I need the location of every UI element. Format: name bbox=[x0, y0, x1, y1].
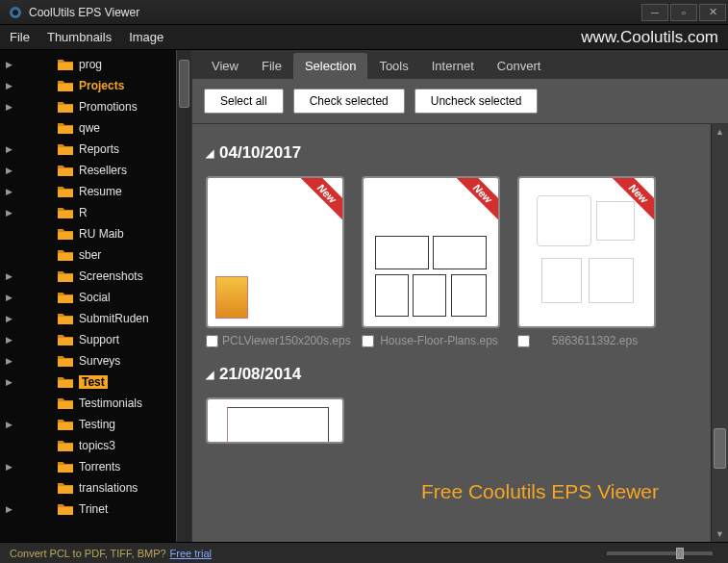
folder-icon bbox=[58, 100, 73, 114]
zoom-slider[interactable] bbox=[601, 551, 718, 555]
new-ribbon: New bbox=[450, 176, 500, 226]
folder-tree-item[interactable]: qwe bbox=[0, 117, 176, 139]
folder-label: sber bbox=[79, 248, 101, 262]
menubar: File Thumbnails Image www.Coolutils.com bbox=[0, 25, 728, 50]
brand-url[interactable]: www.Coolutils.com bbox=[581, 28, 718, 47]
expand-icon[interactable]: ▶ bbox=[6, 102, 15, 112]
thumbnail-filename: House-Floor-Plans.eps bbox=[378, 334, 500, 347]
scroll-down-icon[interactable]: ▼ bbox=[712, 526, 728, 542]
folder-tree-item[interactable]: ▶Test bbox=[0, 371, 176, 393]
content-scroll-thumb[interactable] bbox=[714, 428, 726, 469]
close-button[interactable]: ✕ bbox=[699, 4, 726, 21]
select-all-button[interactable]: Select all bbox=[204, 89, 284, 114]
folder-label: Social bbox=[79, 291, 111, 304]
folder-tree-item[interactable]: ▶Projects bbox=[0, 75, 176, 96]
window-title: CoolUtils EPS Viewer bbox=[29, 6, 139, 19]
folder-label: Promotions bbox=[79, 100, 138, 114]
minimize-button[interactable]: ─ bbox=[641, 4, 668, 21]
expand-icon[interactable]: ▶ bbox=[6, 462, 15, 472]
statusbar: Convert PCL to PDF, TIFF, BMP? Free tria… bbox=[0, 542, 728, 563]
folder-icon bbox=[58, 142, 73, 156]
expand-icon[interactable]: ▶ bbox=[6, 208, 15, 218]
menu-file[interactable]: File bbox=[10, 30, 30, 44]
thumbnail-preview[interactable]: New bbox=[517, 176, 656, 328]
folder-tree-item[interactable]: ▶Resume bbox=[0, 181, 176, 202]
folder-tree-item[interactable]: Testimonials bbox=[0, 393, 176, 414]
folder-tree-item[interactable]: ▶Testing bbox=[0, 414, 176, 435]
folder-tree-item[interactable]: ▶R bbox=[0, 202, 176, 223]
thumbnail-card[interactable]: New PCLViewer150x200s.eps bbox=[206, 176, 344, 347]
zoom-thumb[interactable] bbox=[676, 548, 684, 559]
thumbnail-card[interactable] bbox=[206, 397, 344, 444]
expand-icon[interactable]: ▶ bbox=[6, 293, 15, 302]
folder-icon bbox=[58, 164, 73, 177]
folder-tree-item[interactable]: ▶Trinet bbox=[0, 499, 176, 520]
folder-tree-item[interactable]: ▶Resellers bbox=[0, 160, 176, 181]
thumbnail-checkbox[interactable] bbox=[517, 335, 530, 347]
check-selected-button[interactable]: Check selected bbox=[293, 89, 405, 114]
folder-label: Projects bbox=[79, 79, 124, 92]
expand-icon[interactable]: ▶ bbox=[6, 335, 15, 345]
tab-internet[interactable]: Internet bbox=[420, 53, 486, 79]
scroll-up-icon[interactable]: ▲ bbox=[712, 124, 728, 140]
folder-icon bbox=[58, 333, 73, 346]
new-ribbon: New bbox=[294, 176, 344, 226]
tab-convert[interactable]: Convert bbox=[486, 53, 553, 79]
folder-label: Testing bbox=[79, 418, 115, 431]
folder-tree-item[interactable]: ▶Reports bbox=[0, 139, 176, 160]
folder-tree-item[interactable]: ▶prog bbox=[0, 54, 176, 75]
main-panel: View File Selection Tools Internet Conve… bbox=[192, 50, 728, 542]
folder-icon bbox=[58, 248, 73, 262]
folder-tree-item[interactable]: ▶Surveys bbox=[0, 350, 176, 371]
tab-selection[interactable]: Selection bbox=[293, 53, 367, 79]
folder-tree-item[interactable]: topics3 bbox=[0, 435, 176, 456]
expand-icon[interactable]: ▶ bbox=[6, 166, 15, 175]
expand-icon[interactable]: ▶ bbox=[6, 187, 15, 196]
folder-tree[interactable]: ▶prog▶Projects▶Promotionsqwe▶Reports▶Res… bbox=[0, 50, 176, 542]
thumbnail-preview[interactable]: New bbox=[362, 176, 500, 328]
thumbnail-card[interactable]: New 5863611392.eps bbox=[517, 176, 656, 347]
folder-tree-item[interactable]: ▶SubmitRuden bbox=[0, 308, 176, 329]
thumbnail-preview[interactable] bbox=[206, 397, 344, 444]
folder-icon bbox=[58, 354, 73, 368]
tab-tools[interactable]: Tools bbox=[367, 53, 419, 79]
sidebar-scroll-thumb[interactable] bbox=[179, 60, 189, 108]
folder-tree-item[interactable]: ▶Social bbox=[0, 287, 176, 308]
folder-tree-item[interactable]: ▶Screenshots bbox=[0, 266, 176, 287]
maximize-button[interactable]: ▫ bbox=[670, 4, 697, 21]
folder-icon bbox=[58, 502, 73, 516]
zoom-track[interactable] bbox=[607, 551, 713, 555]
uncheck-selected-button[interactable]: Uncheck selected bbox=[414, 89, 539, 114]
folder-tree-item[interactable]: RU Maib bbox=[0, 223, 176, 244]
expand-icon[interactable]: ▶ bbox=[6, 314, 15, 323]
folder-tree-item[interactable]: translations bbox=[0, 477, 176, 499]
folder-tree-item[interactable]: ▶Torrents bbox=[0, 456, 176, 477]
tab-file[interactable]: File bbox=[250, 53, 293, 79]
status-link[interactable]: Free trial bbox=[170, 548, 212, 559]
expand-icon[interactable]: ▶ bbox=[6, 504, 15, 514]
folder-tree-item[interactable]: ▶Promotions bbox=[0, 96, 176, 117]
sidebar-scrollbar[interactable] bbox=[176, 50, 191, 542]
menu-image[interactable]: Image bbox=[129, 30, 163, 44]
tab-view[interactable]: View bbox=[200, 53, 250, 79]
thumbnail-checkbox[interactable] bbox=[206, 335, 218, 347]
expand-icon[interactable]: ▶ bbox=[6, 420, 15, 429]
expand-icon[interactable]: ▶ bbox=[6, 356, 15, 366]
date-group-header[interactable]: ◢ 04/10/2017 bbox=[206, 143, 697, 163]
folder-tree-item[interactable]: ▶Support bbox=[0, 329, 176, 350]
thumbnail-card[interactable]: New House-Floor-Plans.eps bbox=[362, 176, 500, 347]
content-scrollbar[interactable]: ▲ ▼ bbox=[711, 124, 728, 542]
thumbnail-preview[interactable]: New bbox=[206, 176, 344, 328]
date-group-label: 04/10/2017 bbox=[219, 143, 301, 163]
expand-icon[interactable]: ▶ bbox=[6, 271, 15, 281]
folder-icon bbox=[58, 312, 73, 325]
menu-thumbnails[interactable]: Thumbnails bbox=[47, 30, 112, 44]
folder-tree-item[interactable]: sber bbox=[0, 244, 176, 266]
expand-icon[interactable]: ▶ bbox=[6, 81, 15, 90]
expand-icon[interactable]: ▶ bbox=[6, 60, 15, 69]
expand-icon[interactable]: ▶ bbox=[6, 377, 15, 387]
thumbnail-checkbox[interactable] bbox=[362, 335, 374, 347]
folder-icon bbox=[58, 121, 73, 135]
expand-icon[interactable]: ▶ bbox=[6, 144, 15, 154]
date-group-header[interactable]: ◢ 21/08/2014 bbox=[206, 365, 697, 384]
